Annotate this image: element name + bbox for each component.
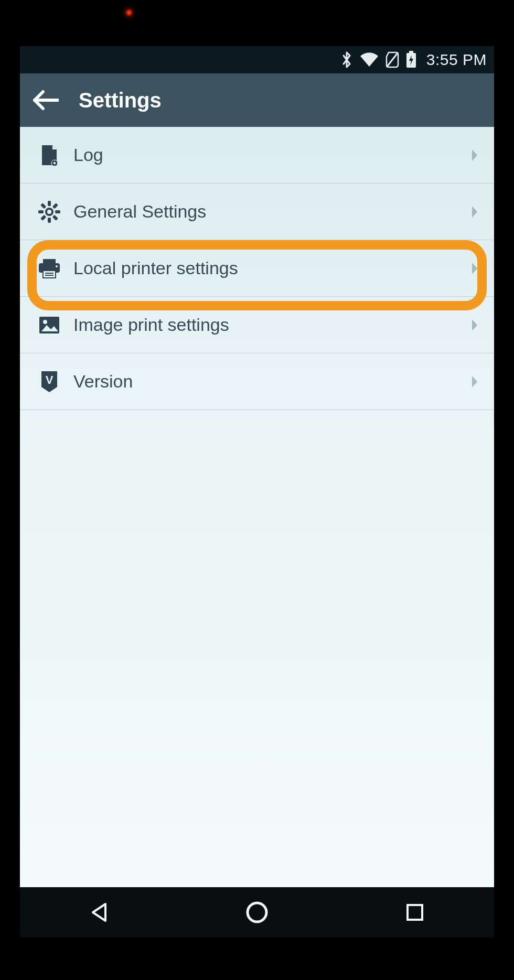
svg-rect-11	[48, 201, 51, 206]
svg-rect-15	[52, 203, 58, 209]
gear-icon	[38, 201, 61, 223]
svg-rect-12	[48, 218, 51, 223]
svg-rect-30	[408, 905, 422, 920]
list-item-label: General Settings	[73, 201, 457, 222]
svg-rect-2	[409, 51, 413, 53]
list-item-label: Log	[73, 145, 457, 165]
svg-rect-14	[55, 210, 60, 213]
svg-rect-13	[38, 210, 44, 213]
svg-text:V: V	[46, 373, 53, 386]
page-title: Settings	[79, 89, 162, 112]
status-time: 3:55 PM	[426, 51, 487, 69]
chevron-right-icon	[470, 148, 479, 162]
wifi-icon	[359, 52, 379, 68]
nav-recent-button[interactable]	[383, 894, 446, 931]
svg-rect-16	[40, 214, 46, 220]
status-bar: 3:55 PM	[20, 46, 494, 73]
no-sim-icon	[385, 51, 399, 68]
svg-line-0	[387, 52, 398, 67]
svg-point-29	[248, 903, 266, 922]
list-item-local-printer-settings[interactable]: Local printer settings	[20, 240, 494, 297]
list-item-log[interactable]: Log	[20, 127, 494, 184]
version-icon: V	[38, 370, 61, 393]
svg-point-5	[53, 161, 56, 164]
list-item-version[interactable]: V Version	[20, 353, 494, 410]
back-button[interactable]	[31, 90, 59, 111]
app-bar: Settings	[20, 73, 494, 127]
svg-rect-18	[52, 214, 58, 220]
image-icon	[38, 316, 61, 335]
list-item-label: Image print settings	[73, 315, 457, 335]
nav-home-button[interactable]	[226, 894, 288, 931]
navigation-bar	[20, 887, 494, 938]
svg-rect-23	[43, 271, 56, 278]
notification-led	[126, 9, 132, 16]
svg-point-19	[47, 210, 51, 214]
nav-back-button[interactable]	[68, 894, 131, 931]
bluetooth-icon	[340, 51, 353, 69]
chevron-right-icon	[470, 318, 479, 332]
device-screen: 3:55 PM Settings	[20, 46, 494, 938]
list-item-image-print-settings[interactable]: Image print settings	[20, 297, 494, 353]
chevron-right-icon	[470, 375, 479, 389]
chevron-right-icon	[470, 205, 479, 219]
svg-rect-17	[40, 203, 46, 209]
list-item-general-settings[interactable]: General Settings	[20, 184, 494, 240]
printer-icon	[38, 258, 61, 279]
settings-list: Log	[20, 127, 494, 887]
svg-point-27	[43, 320, 47, 324]
list-item-label: Version	[73, 371, 457, 392]
list-item-label: Local printer settings	[73, 258, 457, 278]
chevron-right-icon	[470, 262, 479, 275]
svg-point-22	[56, 265, 58, 267]
log-icon	[38, 144, 61, 166]
battery-charging-icon	[405, 51, 417, 69]
